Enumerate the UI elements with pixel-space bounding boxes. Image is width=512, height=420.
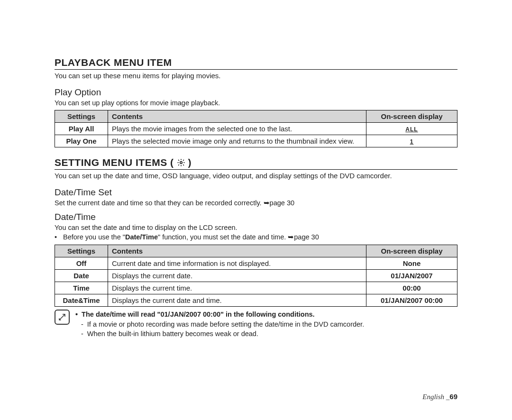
cell-contents: Displays the current date and time. [108, 294, 366, 307]
setting-menu-heading: SETTING MENU ITEMS ( ) [55, 157, 457, 170]
datetime-set-heading: Date/Time Set [55, 187, 457, 198]
setting-menu-heading-close: ) [188, 157, 192, 168]
datetime-bullet: • Before you use the "Date/Time" functio… [55, 233, 457, 242]
footer-language: English _ [422, 393, 449, 401]
datetime-table: Settings Contents On-screen display Off … [55, 245, 457, 307]
note-block: •The date/time will read "01/JAN/2007 00… [55, 310, 457, 338]
cell-osd: None [366, 257, 457, 270]
datetime-set-desc: Set the current date and time so that th… [55, 199, 457, 207]
cell-settings: Play One [55, 135, 108, 147]
play-option-desc: You can set up play options for movie im… [55, 99, 457, 107]
setting-menu-intro: You can set up the date and time, OSD la… [55, 172, 457, 181]
cell-settings: Time [55, 282, 108, 294]
th-osd: On-screen display [366, 245, 457, 257]
cell-contents: Displays the current time. [108, 282, 366, 294]
cell-settings: Date&Time [55, 294, 108, 307]
cell-osd: 00:00 [366, 282, 457, 294]
cell-contents: Plays the selected movie image only and … [108, 135, 366, 147]
note-top: The date/time will read "01/JAN/2007 00:… [82, 310, 315, 319]
cell-osd: 01/JAN/2007 00:00 [366, 294, 457, 307]
th-settings: Settings [55, 245, 108, 257]
playback-menu-intro: You can set up these menu items for play… [55, 72, 457, 81]
cell-contents: Displays the current date. [108, 270, 366, 282]
bullet-suffix: " function, you must set the date and ti… [158, 233, 319, 241]
th-osd: On-screen display [366, 110, 457, 122]
table-row: Off Current date and time information is… [55, 257, 457, 270]
footer-page-number: 69 [449, 393, 457, 401]
bullet-prefix: Before you use the " [63, 233, 125, 241]
setting-menu-heading-text: SETTING MENU ITEMS ( [55, 157, 174, 168]
svg-point-0 [180, 162, 182, 164]
playback-menu-heading: PLAYBACK MENU ITEM [55, 57, 457, 70]
note-line1: If a movie or photo recording was made b… [87, 320, 364, 329]
table-row: Play All Plays the movie images from the… [55, 122, 457, 135]
bullet-bold: Date/Time [125, 233, 158, 241]
th-contents: Contents [108, 245, 366, 257]
datetime-desc: You can set the date and time to display… [55, 223, 457, 232]
cell-settings: Date [55, 270, 108, 282]
play-option-table: Settings Contents On-screen display Play… [55, 110, 457, 147]
cell-contents: Plays the movie images from the selected… [108, 122, 366, 135]
note-line2: When the built-in lithium battery become… [87, 329, 258, 338]
play-option-heading: Play Option [55, 87, 457, 98]
page-footer: English _69 [422, 393, 457, 401]
table-row: Date Displays the current date. 01/JAN/2… [55, 270, 457, 282]
gear-icon [177, 158, 185, 167]
th-settings: Settings [55, 110, 108, 122]
cell-osd: 01/JAN/2007 [366, 270, 457, 282]
table-row: Date&Time Displays the current date and … [55, 294, 457, 307]
play-all-icon: ALL [405, 126, 418, 133]
cell-settings: Off [55, 257, 108, 270]
cell-osd: ALL [366, 122, 457, 135]
note-icon [55, 310, 70, 325]
datetime-heading: Date/Time [55, 212, 457, 222]
play-one-icon: 1 [410, 138, 414, 145]
cell-settings: Play All [55, 122, 108, 135]
th-contents: Contents [108, 110, 366, 122]
cell-osd: 1 [366, 135, 457, 147]
table-row: Time Displays the current time. 00:00 [55, 282, 457, 294]
table-row: Play One Plays the selected movie image … [55, 135, 457, 147]
cell-contents: Current date and time information is not… [108, 257, 366, 270]
